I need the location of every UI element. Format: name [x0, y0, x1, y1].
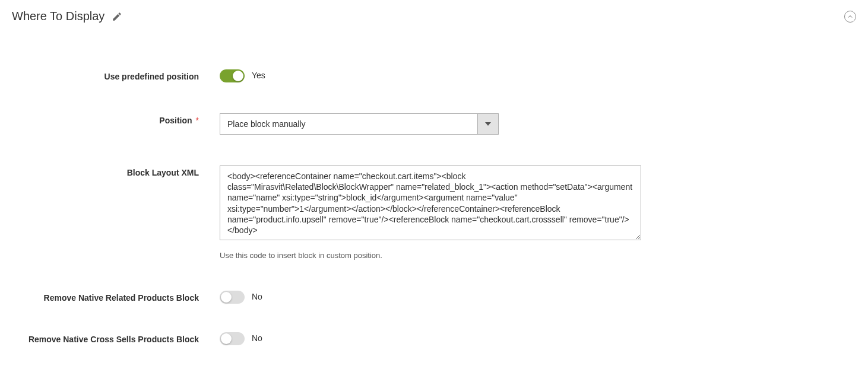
position-select[interactable]: Place block manually: [220, 113, 499, 135]
block-xml-hint: Use this code to insert block in custom …: [220, 251, 659, 260]
position-select-value[interactable]: Place block manually: [220, 113, 477, 135]
remove-related-state: No: [252, 291, 262, 301]
predefined-position-toggle[interactable]: [220, 69, 245, 82]
edit-title-icon[interactable]: [112, 11, 122, 22]
block-xml-textarea[interactable]: [220, 166, 641, 240]
section-title: Where To Display: [12, 9, 104, 23]
remove-cross-state: No: [252, 332, 262, 343]
svg-marker-0: [485, 122, 491, 126]
predefined-position-state: Yes: [252, 69, 265, 80]
collapse-section-icon[interactable]: [844, 11, 856, 23]
predefined-position-label: Use predefined position: [12, 69, 220, 81]
remove-related-toggle[interactable]: [220, 291, 245, 304]
chevron-down-icon[interactable]: [477, 113, 499, 135]
remove-related-label: Remove Native Related Products Block: [12, 291, 220, 303]
block-xml-label: Block Layout XML: [12, 166, 220, 177]
remove-cross-label: Remove Native Cross Sells Products Block: [12, 332, 220, 344]
position-label: Position*: [12, 113, 220, 125]
remove-cross-toggle[interactable]: [220, 332, 245, 345]
